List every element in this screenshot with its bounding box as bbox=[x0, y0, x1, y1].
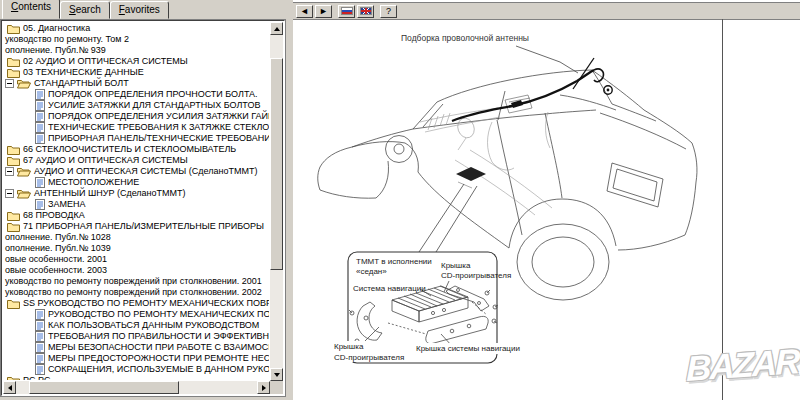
tree-vertical-scrollbar[interactable] bbox=[270, 22, 283, 381]
tree-item[interactable]: уководство по ремонту повреждений при ст… bbox=[4, 287, 269, 298]
vertical-scroll-thumb[interactable] bbox=[270, 58, 283, 270]
english-language-button[interactable] bbox=[357, 5, 374, 18]
scroll-down-button[interactable] bbox=[270, 368, 283, 381]
tree-item[interactable]: ТРЕБОВАНИЯ ПО ПРАВИЛЬНОСТИ И ЭФФЕКТИВНОС… bbox=[4, 331, 269, 342]
horizontal-scroll-thumb[interactable] bbox=[29, 381, 179, 394]
folder-icon bbox=[7, 298, 20, 309]
tree-item-label: 71 ПРИБОРНАЯ ПАНЕЛЬ/ИЗМЕРИТЕЛЬНЫЕ ПРИБОР… bbox=[23, 221, 264, 232]
tree-item[interactable]: РУКОВОДСТВО ПО РЕМОНТУ МЕХАНИЧЕСКИХ ПОВР… bbox=[4, 309, 269, 320]
folder-icon bbox=[7, 67, 20, 78]
tree-item[interactable]: ЗАМЕНА bbox=[4, 199, 269, 210]
page-icon bbox=[35, 199, 45, 210]
folder-open-icon bbox=[17, 188, 31, 199]
tree-item[interactable]: МЕРЫ БЕЗОПАСНОСТИ ПРИ РАБОТЕ С ВЗАИМОСВЯ… bbox=[4, 342, 269, 353]
tree-item[interactable]: ТЕХНИЧЕСКИЕ ТРЕБОВАНИЯ К ЗАТЯЖКЕ СТЕКЛОО… bbox=[4, 122, 269, 133]
tmmt-label-line1: ТММТ в исполнении bbox=[356, 257, 432, 266]
tree-item[interactable]: СОКРАЩЕНИЯ, ИСПОЛЬЗУЕМЫЕ В ДАННОМ РУКОВО… bbox=[4, 364, 269, 375]
tree-item-label: овые особенности. 2003 bbox=[5, 265, 107, 276]
tree-item-label: ЗАМЕНА bbox=[48, 199, 85, 210]
arrow-right-icon bbox=[262, 385, 269, 391]
tab-search[interactable]: Search bbox=[60, 1, 110, 19]
cd-cover-bottom-label-line1: Крышка bbox=[334, 342, 364, 351]
tab-contents[interactable]: Contents bbox=[2, 0, 60, 19]
page-icon bbox=[35, 353, 45, 364]
tree-item[interactable]: КАК ПОЛЬЗОВАТЬСЯ ДАННЫМ РУКОВОДСТВОМ bbox=[4, 320, 269, 331]
nav-system-label: Система навигации bbox=[353, 284, 426, 293]
tree-item-label: 68 ПРОВОДКА bbox=[23, 210, 85, 221]
collapse-minus-icon[interactable] bbox=[5, 167, 14, 176]
cd-cover-bottom-label-line2: CD-проигрывателя bbox=[334, 353, 404, 362]
contents-tree-panel: 05. Диагностикауководство по ремонту. То… bbox=[1, 20, 285, 396]
tree-horizontal-scrollbar[interactable] bbox=[3, 381, 270, 394]
viewer-toolbar: ◄ ► ? bbox=[293, 2, 800, 20]
tree-item-label: ополнение. Публ.№ 1028 bbox=[5, 232, 111, 243]
page-icon bbox=[35, 111, 45, 122]
tree-item[interactable]: АУДИО И ОПТИЧЕСКАЯ СИСТЕМЫ (СделаноТММТ) bbox=[4, 166, 269, 177]
tree-item-label: СТАНДАРТНЫЙ БОЛТ bbox=[34, 78, 129, 89]
russian-language-button[interactable] bbox=[338, 5, 355, 18]
cd-cover-top-label-line1: Крышка bbox=[441, 261, 471, 270]
collapse-minus-icon[interactable] bbox=[5, 79, 14, 88]
tree-item[interactable]: 02 АУДИО И ОПТИЧЕСКАЯ СИСТЕМЫ bbox=[4, 56, 269, 67]
scroll-right-button[interactable] bbox=[257, 381, 270, 394]
tree-item[interactable]: PC PC bbox=[4, 375, 269, 380]
page-icon bbox=[35, 309, 45, 320]
tree-item[interactable]: ополнение. Публ.№ 939 bbox=[4, 45, 269, 56]
folder-open-icon bbox=[17, 78, 31, 89]
tree-item[interactable]: 03 ТЕХНИЧЕСКИЕ ДАННЫЕ bbox=[4, 67, 269, 78]
folder-icon bbox=[7, 155, 20, 166]
folder-icon bbox=[7, 144, 20, 155]
tree-item[interactable]: 68 ПРОВОДКА bbox=[4, 210, 269, 221]
tree-item-label: МЕСТОПОЛОЖЕНИЕ bbox=[48, 177, 139, 188]
tree-item[interactable]: SS РУКОВОДСТВО ПО РЕМОНТУ МЕХАНИЧЕСКИХ П… bbox=[4, 298, 269, 309]
page-icon bbox=[35, 100, 45, 111]
nav-cover-label: Крышка системы навигации bbox=[416, 344, 520, 353]
tree-item[interactable]: овые особенности. 2001 bbox=[4, 254, 269, 265]
tree-item[interactable]: 66 СТЕКЛООЧИСТИТЕЛЬ И СТЕКЛООМЫВАТЕЛЬ bbox=[4, 144, 269, 155]
cd-cover-top-label-line2: CD-проигрывателя bbox=[441, 271, 511, 280]
forward-button[interactable]: ► bbox=[315, 5, 332, 18]
page-icon bbox=[35, 177, 45, 188]
title-leader-line bbox=[516, 46, 578, 73]
tree-item[interactable]: ополнение. Публ.№ 1039 bbox=[4, 243, 269, 254]
tree-item-label: АНТЕННЫЙ ШНУР (СделаноТММТ) bbox=[34, 188, 186, 199]
scroll-left-button[interactable] bbox=[3, 381, 16, 394]
folder-open-icon bbox=[17, 166, 31, 177]
folder-icon bbox=[7, 23, 20, 34]
tree-item[interactable]: ПРИБОРНАЯ ПАНЕЛЬ/ТЕХНИЧЕСКИЕ ТРЕБОВАНИЯ … bbox=[4, 133, 269, 144]
tree-item-label: 03 ТЕХНИЧЕСКИЕ ДАННЫЕ bbox=[23, 67, 144, 78]
tree-item[interactable]: овые особенности. 2003 bbox=[4, 265, 269, 276]
car-interior-sketch bbox=[420, 95, 552, 215]
tree-item[interactable]: ПОРЯДОК ОПРЕДЕЛЕНИЯ ПРОЧНОСТИ БОЛТА. bbox=[4, 89, 269, 100]
tree-item[interactable]: АНТЕННЫЙ ШНУР (СделаноТММТ) bbox=[4, 188, 269, 199]
tree-item-label: ПОРЯДОК ОПРЕДЕЛЕНИЯ ПРОЧНОСТИ БОЛТА. bbox=[48, 89, 258, 100]
tree-item[interactable]: ПОРЯДОК ОПРЕДЕЛЕНИЯ УСИЛИЯ ЗАТЯЖКИ ГАЙКИ bbox=[4, 111, 269, 122]
tree-item[interactable]: 67 АУДИО И ОПТИЧЕСКАЯ СИСТЕМЫ bbox=[4, 155, 269, 166]
tree-item-label: УСИЛИЕ ЗАТЯЖКИ ДЛЯ СТАНДАРТНЫХ БОЛТОВ bbox=[48, 100, 260, 111]
tmmt-label-line2: «седан» bbox=[356, 267, 387, 276]
tree-item[interactable]: уководство по ремонту повреждений при ст… bbox=[4, 276, 269, 287]
help-button[interactable]: ? bbox=[380, 5, 397, 18]
tree-item[interactable]: СТАНДАРТНЫЙ БОЛТ bbox=[4, 78, 269, 89]
uk-flag-icon bbox=[360, 7, 372, 15]
scrollbar-corner bbox=[270, 381, 283, 394]
scroll-up-button[interactable] bbox=[270, 22, 283, 35]
russia-flag-icon bbox=[341, 7, 353, 15]
tree-item-label: PC PC bbox=[23, 375, 51, 380]
tree-item[interactable]: УСИЛИЕ ЗАТЯЖКИ ДЛЯ СТАНДАРТНЫХ БОЛТОВ bbox=[4, 100, 269, 111]
folder-icon bbox=[7, 375, 20, 380]
back-button[interactable]: ◄ bbox=[296, 5, 313, 18]
collapse-minus-icon[interactable] bbox=[5, 189, 14, 198]
tree-item[interactable]: ополнение. Публ.№ 1028 bbox=[4, 232, 269, 243]
tree-item-label: ополнение. Публ.№ 939 bbox=[5, 45, 106, 56]
tree-item[interactable]: 71 ПРИБОРНАЯ ПАНЕЛЬ/ИЗМЕРИТЕЛЬНЫЕ ПРИБОР… bbox=[4, 221, 269, 232]
tree-item-label: ПРИБОРНАЯ ПАНЕЛЬ/ТЕХНИЧЕСКИЕ ТРЕБОВАНИЯ … bbox=[48, 133, 269, 144]
tree-item[interactable]: МЕРЫ ПРЕДОСТОРОЖНОСТИ ПРИ РЕМОНТЕ НЕСУЩИ… bbox=[4, 353, 269, 364]
tree-item[interactable]: МЕСТОПОЛОЖЕНИЕ bbox=[4, 177, 269, 188]
tree-item[interactable]: 05. Диагностика bbox=[4, 23, 269, 34]
tree-item-label: уководство по ремонту повреждений при ст… bbox=[5, 276, 262, 287]
tab-favorites[interactable]: Favorites bbox=[110, 1, 169, 19]
tree-item-label: ТРЕБОВАНИЯ ПО ПРАВИЛЬНОСТИ И ЭФФЕКТИВНОС… bbox=[48, 331, 269, 342]
tree-item-label: КАК ПОЛЬЗОВАТЬСЯ ДАННЫМ РУКОВОДСТВОМ bbox=[48, 320, 259, 331]
tree-item[interactable]: уководство по ремонту. Том 2 bbox=[4, 34, 269, 45]
